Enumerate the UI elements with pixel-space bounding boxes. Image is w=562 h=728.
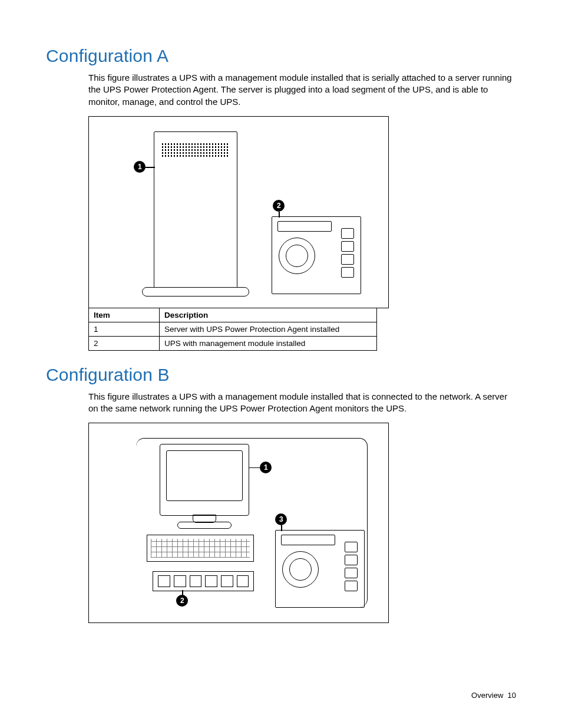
- server-vents: [162, 142, 228, 158]
- ups-outlets: [341, 228, 354, 278]
- table-configuration-a: Item Description 1 Server with UPS Power…: [88, 308, 377, 351]
- page-footer: Overview 10: [471, 691, 516, 700]
- td-desc: UPS with management module installed: [160, 336, 377, 350]
- th-description: Description: [160, 308, 377, 322]
- footer-section: Overview: [471, 691, 503, 700]
- table-header-row: Item Description: [89, 308, 377, 322]
- callout-2: 2: [176, 595, 188, 607]
- server-base: [142, 287, 249, 297]
- td-item: 2: [89, 336, 160, 350]
- diagram-a: 1 2: [101, 128, 376, 296]
- page: Configuration A This figure illustrates …: [0, 0, 562, 728]
- heading-configuration-a: Configuration A: [46, 46, 516, 66]
- footer-page-number: 10: [508, 691, 516, 700]
- table-row: 2 UPS with management module installed: [89, 336, 377, 350]
- network-cable: [136, 438, 368, 607]
- callout-3-lead: [281, 525, 282, 531]
- figure-configuration-a: 1 2: [88, 116, 389, 308]
- ups-mgmt-module: [277, 221, 332, 232]
- td-desc: Server with UPS Power Protection Agent i…: [160, 322, 377, 336]
- callout-2: 2: [273, 200, 285, 212]
- callout-2-lead: [279, 212, 280, 218]
- callout-1: 1: [260, 462, 272, 473]
- callout-2-lead: [182, 590, 183, 596]
- callout-1-lead: [249, 467, 260, 469]
- th-item: Item: [89, 308, 160, 322]
- heading-configuration-b: Configuration B: [46, 365, 516, 385]
- paragraph-configuration-a: This figure illustrates a UPS with a man…: [46, 72, 516, 108]
- diagram-b: 1 3 2: [101, 436, 376, 611]
- callout-1-lead: [146, 167, 155, 168]
- td-item: 1: [89, 322, 160, 336]
- table-row: 1 Server with UPS Power Protection Agent…: [89, 322, 377, 336]
- callout-3: 3: [275, 513, 287, 525]
- callout-1: 1: [134, 161, 146, 173]
- figure-configuration-b: 1 3 2: [88, 423, 389, 623]
- paragraph-configuration-b: This figure illustrates a UPS with a man…: [46, 391, 516, 415]
